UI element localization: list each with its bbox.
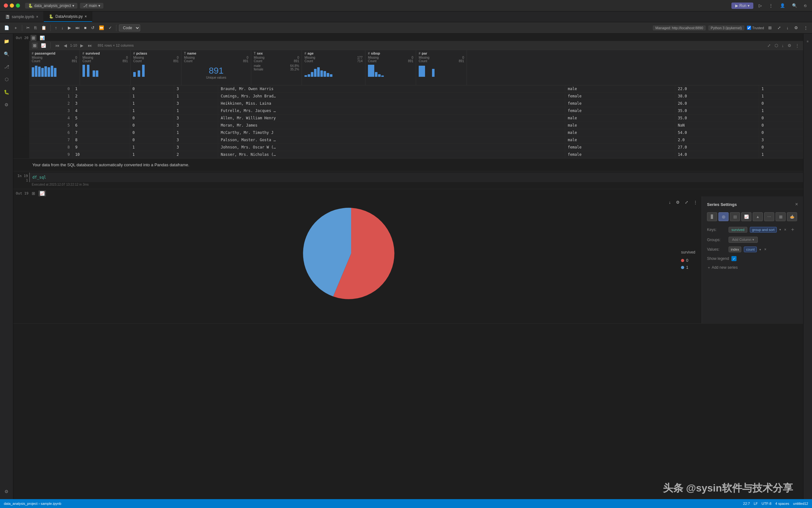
tab-sample[interactable]: 📓 sample.ipynb ×	[0, 11, 44, 22]
out19-chart-icon[interactable]: 📈	[38, 190, 46, 197]
minimize-button[interactable]	[10, 3, 14, 8]
key-value-tag[interactable]: survived	[729, 227, 747, 232]
file-icon[interactable]: 📄	[3, 25, 11, 31]
more-options-icon[interactable]: ⋮	[802, 25, 809, 31]
table-view-btn[interactable]: ⊞	[31, 35, 37, 41]
tab-close-icon[interactable]: ×	[85, 14, 87, 19]
sidebar-item-extensions[interactable]: ⬡	[2, 74, 12, 84]
copy-icon[interactable]: ⎘	[33, 25, 38, 31]
df-prev-page[interactable]: ◀	[62, 43, 68, 48]
stop-icon[interactable]: ■	[83, 25, 88, 31]
share-icon[interactable]: ⎋	[803, 2, 808, 9]
df-last-page[interactable]: ⏭	[87, 43, 93, 48]
settings-icon[interactable]: ⚙	[793, 25, 800, 31]
key-modifier-tag[interactable]: group and sort	[750, 227, 777, 232]
grid-view-icon[interactable]: ⊞	[767, 25, 773, 31]
df-download-icon[interactable]: ↓	[780, 43, 785, 48]
notebook-name[interactable]: untitled12	[793, 502, 808, 505]
restart-run-icon[interactable]: ⏩	[97, 25, 106, 31]
numeric-icon: #	[83, 52, 84, 55]
status-path[interactable]: data_analysis_project › sample.ipynb	[4, 502, 61, 505]
chart-type-line[interactable]: 📈	[741, 212, 752, 221]
tab-dataanalysis[interactable]: 🐍 DataAnalysis.py ×	[44, 11, 92, 22]
check-icon[interactable]: ✓	[107, 25, 114, 31]
line-ending[interactable]: LF	[754, 502, 758, 505]
download-icon[interactable]: ↓	[785, 25, 791, 31]
run-button[interactable]: ▶ Run ▾	[731, 3, 753, 9]
project-icon: 🐍	[28, 3, 33, 8]
sidebar-item-debug[interactable]: 🐛	[2, 87, 12, 97]
chart-type-pie[interactable]: 🥧	[787, 212, 797, 221]
chart-type-bar[interactable]: ▊	[707, 212, 717, 221]
main-layout: 📁 🔍 ⎇ ⬡ 🐛 ⚙ ⚙ Out 20 ⊞ 📊 ⊞ 📈 ⏮ ◀	[0, 34, 812, 499]
sidebar-item-git[interactable]: ⎇	[2, 61, 12, 72]
charset[interactable]: UTF-8	[762, 502, 771, 505]
col-survived: # survived Missing0 Count891	[80, 50, 131, 85]
close-button[interactable]	[4, 3, 8, 8]
move-up-icon[interactable]: ↑	[53, 25, 59, 31]
branch-label[interactable]: ⎇ main ▾	[80, 3, 103, 8]
run-below-icon[interactable]: ⏭	[74, 25, 81, 31]
df-next-page[interactable]: ▶	[79, 43, 85, 48]
chart-download-icon[interactable]: ↓	[667, 199, 673, 206]
search-icon[interactable]: 🔍	[791, 2, 799, 9]
scissors-icon[interactable]: ✂	[25, 25, 32, 31]
chart-settings-icon[interactable]: ⚙	[674, 199, 681, 206]
page-range[interactable]: 1-10	[70, 43, 77, 47]
chart-type-bar2[interactable]: ▤	[730, 212, 740, 221]
par-chart	[419, 64, 464, 77]
paste-icon[interactable]: 📋	[40, 25, 48, 31]
more-icon[interactable]: ⋮	[767, 2, 775, 9]
trusted-checkbox[interactable]	[747, 26, 751, 30]
right-sidebar-icon[interactable]: ≡	[803, 36, 812, 46]
sidebar-item-settings[interactable]: ⚙	[2, 100, 12, 110]
out19-table-icon[interactable]: ⊞	[31, 190, 37, 197]
move-down-icon[interactable]: ↓	[60, 25, 65, 31]
chart-type-bar3[interactable]: ▦	[775, 212, 786, 221]
show-legend-checkbox[interactable]: ✓	[731, 256, 736, 261]
python-kernel-badge[interactable]: Python 3 (ipykernel)	[708, 26, 745, 31]
play-icon[interactable]: ▷	[757, 2, 763, 9]
df-popout-icon[interactable]: ⬡	[773, 43, 779, 48]
df-settings-icon[interactable]: ⚙	[786, 43, 793, 48]
values-remove-icon[interactable]: ×	[764, 247, 766, 252]
values-modifier-tag[interactable]: count	[744, 247, 757, 252]
sidebar-item-search[interactable]: 🔍	[2, 49, 12, 59]
df-expand-icon[interactable]: ⤢	[766, 43, 772, 48]
user-icon[interactable]: 👤	[778, 2, 786, 9]
col-sex: T sex Missing0 Count891 male64.8% female…	[251, 50, 302, 85]
tab-close-icon[interactable]: ×	[36, 14, 38, 19]
sidebar-item-explorer[interactable]: 📁	[2, 36, 12, 46]
chevron-down-icon[interactable]: ▾	[779, 228, 781, 231]
key-add-icon[interactable]: ＋	[790, 226, 795, 233]
restart-icon[interactable]: ↺	[89, 25, 96, 31]
expand-icon[interactable]: ⤢	[776, 25, 782, 31]
cell-code-in19[interactable]: df_sql	[29, 173, 803, 182]
chart-expand-icon[interactable]: ⤢	[683, 199, 690, 206]
run-cell-icon[interactable]: ▶	[66, 25, 73, 31]
df-more-icon[interactable]: ⋮	[794, 43, 801, 48]
maximize-button[interactable]	[16, 3, 20, 8]
add-cell-button[interactable]: ＋	[12, 24, 19, 32]
df-chart-icon[interactable]: 📈	[40, 43, 47, 48]
add-column-button[interactable]: Add Column ▾	[729, 237, 758, 243]
key-remove-icon[interactable]: ×	[784, 227, 786, 232]
df-first-page[interactable]: ⏮	[54, 43, 60, 48]
df-table-icon[interactable]: ⊞	[32, 43, 38, 48]
text-icon: T	[254, 52, 256, 55]
chart-type-scatter[interactable]: ⋯	[764, 212, 774, 221]
panel-close-button[interactable]: ×	[795, 202, 798, 207]
sidebar-item-bottom[interactable]: ⚙	[2, 486, 12, 497]
col-sibsp: # sibsp Missing0 Count891	[365, 50, 416, 85]
values-key-tag[interactable]: index	[729, 247, 741, 252]
chart-more-icon[interactable]: ⋮	[692, 199, 699, 206]
indent[interactable]: 4 spaces	[775, 502, 789, 505]
kernel-badge[interactable]: Managed: http://localhost:8890	[653, 26, 706, 31]
chart-type-area[interactable]: ▲	[753, 212, 763, 221]
add-series-button[interactable]: ＋ Add new series	[707, 265, 798, 270]
chevron-down-icon[interactable]: ▾	[759, 248, 761, 251]
chart-view-btn[interactable]: 📊	[38, 35, 46, 41]
chart-type-donut[interactable]: ◎	[718, 212, 729, 221]
cell-type-select[interactable]: Code	[119, 25, 140, 31]
project-label[interactable]: 🐍 data_analysis_project ▾	[25, 3, 77, 8]
